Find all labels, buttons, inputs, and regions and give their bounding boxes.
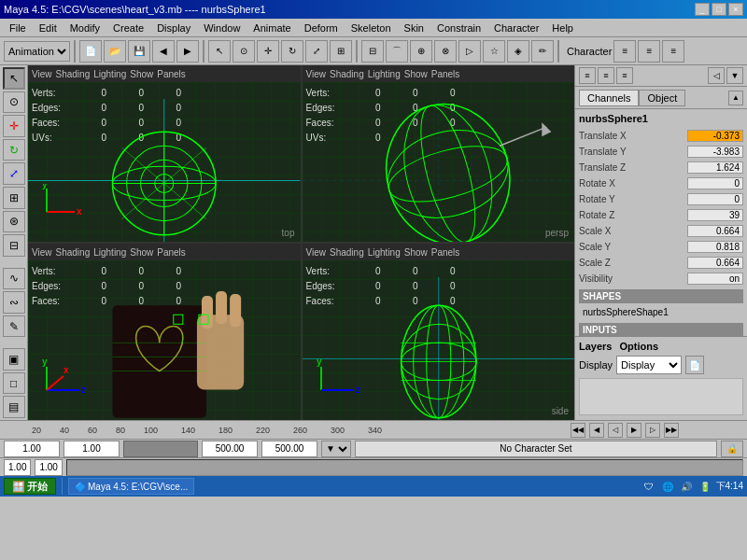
vp-top-view[interactable]: View [32, 69, 52, 79]
viewport-side[interactable]: View Shading Lighting Show Panels Verts:… [303, 244, 575, 420]
ipr-btn[interactable]: ☆ [483, 40, 505, 63]
vp-side-show[interactable]: Show [404, 247, 428, 258]
vp-persp-panels[interactable]: Panels [431, 69, 460, 79]
maximize-button[interactable]: □ [712, 3, 726, 16]
vp-side-panels[interactable]: Panels [431, 247, 460, 258]
menu-help[interactable]: Help [546, 21, 579, 35]
scale-tool-btn[interactable]: ⤢ [3, 162, 25, 185]
move-tool[interactable]: ✛ [257, 40, 279, 63]
rp-icon-2[interactable]: ≡ [598, 67, 614, 84]
display-layer-btn[interactable]: ▣ [3, 348, 25, 371]
display-btn[interactable]: ◈ [507, 40, 529, 63]
rp-icon-1[interactable]: ≡ [579, 67, 596, 84]
paint-select-btn[interactable]: ⊙ [3, 91, 25, 114]
vp-persp-view[interactable]: View [306, 69, 327, 79]
rp-scroll-up[interactable]: ▲ [728, 91, 743, 105]
translate-y-value[interactable]: -3.983 [687, 146, 743, 158]
menu-window[interactable]: Window [198, 21, 246, 35]
snap-point-btn[interactable]: ⊕ [410, 40, 432, 63]
rp-icon-4[interactable]: ◁ [708, 67, 725, 84]
save-file-button[interactable]: 💾 [128, 40, 150, 63]
char-btn2[interactable]: ≡ [638, 40, 660, 63]
lasso-tool[interactable]: ⊙ [233, 40, 255, 63]
rotate-tool[interactable]: ↻ [281, 40, 303, 63]
visibility-value[interactable]: on [687, 273, 743, 285]
rotate-tool-btn[interactable]: ↻ [3, 139, 25, 161]
viewport-top[interactable]: View Shading Lighting Show Panels Verts:… [28, 65, 301, 242]
scale-z-value[interactable]: 0.664 [687, 257, 743, 269]
layers-tab[interactable]: Layers [579, 341, 612, 352]
rotate-z-value[interactable]: 39 [687, 209, 743, 221]
vp-top-show[interactable]: Show [130, 69, 153, 79]
lock-btn[interactable]: 🔒 [721, 441, 743, 457]
menu-character[interactable]: Character [488, 21, 544, 35]
start-button[interactable]: 🪟 开始 [4, 478, 56, 495]
frame-current-field[interactable] [63, 441, 120, 457]
open-file-button[interactable]: 📂 [104, 40, 126, 63]
snap-grid-btn[interactable]: ⊟ [361, 40, 384, 63]
timeline-play-btn[interactable]: ▶ [627, 423, 641, 438]
vp-heart-lighting[interactable]: Lighting [93, 247, 126, 258]
rp-icon-3[interactable]: ≡ [616, 67, 633, 84]
snap-view-btn[interactable]: ⊗ [434, 40, 457, 63]
timeline-scroll-left[interactable]: ◀◀ [571, 423, 585, 438]
vp-heart-shading[interactable]: Shading [56, 247, 91, 258]
vp-top-lighting[interactable]: Lighting [93, 69, 126, 79]
menu-create[interactable]: Create [107, 21, 149, 35]
render-layer-btn[interactable]: □ [3, 372, 25, 395]
frame-start-field[interactable] [4, 441, 60, 457]
translate-z-value[interactable]: 1.624 [687, 161, 743, 174]
curve-cv-btn[interactable]: ∿ [3, 268, 25, 290]
snap-curve-btn[interactable]: ⌒ [386, 40, 408, 63]
mode-dropdown[interactable]: Animation [4, 41, 70, 62]
end-time-field[interactable] [261, 441, 317, 457]
char-btn1[interactable]: ≡ [613, 40, 636, 63]
minimize-button[interactable]: _ [695, 3, 710, 16]
timeline-back-btn[interactable]: ◁ [608, 423, 623, 438]
menu-modify[interactable]: Modify [64, 21, 106, 35]
vp-persp-lighting[interactable]: Lighting [368, 69, 401, 79]
menu-edit[interactable]: Edit [34, 21, 63, 35]
timeline-next-key[interactable]: ▷ [645, 423, 660, 438]
scale-tool[interactable]: ⤢ [305, 40, 328, 63]
paint-btn[interactable]: ✏ [531, 40, 554, 63]
timeline-scroll-right[interactable]: ▶▶ [664, 423, 679, 438]
vp-top-panels[interactable]: Panels [157, 69, 186, 79]
viewport-persp[interactable]: View Shading Lighting Show Panels Verts:… [303, 65, 575, 242]
prev-button[interactable]: ◀ [152, 40, 175, 63]
curve-ep-btn[interactable]: ∾ [3, 291, 25, 314]
tab-object[interactable]: Object [639, 90, 685, 106]
show-manip-btn[interactable]: ⊟ [3, 234, 25, 257]
menu-skeleton[interactable]: Skeleton [345, 21, 397, 35]
vp-heart-view[interactable]: View [32, 247, 52, 258]
current-time-field[interactable] [202, 441, 258, 457]
scale-y-value[interactable]: 0.818 [687, 241, 743, 253]
new-file-button[interactable]: 📄 [79, 40, 102, 63]
vp-persp-shading[interactable]: Shading [330, 69, 364, 79]
render-btn[interactable]: ▷ [458, 40, 481, 63]
scale-x-value[interactable]: 0.664 [687, 225, 743, 237]
uni-manip-btn[interactable]: ⊞ [3, 187, 25, 209]
soft-mod-btn[interactable]: ⊛ [3, 211, 25, 233]
char-btn3[interactable]: ≡ [662, 40, 684, 63]
options-tab[interactable]: Options [619, 341, 658, 352]
timeline-prev-key[interactable]: ◀ [589, 423, 604, 438]
vp-side-view[interactable]: View [306, 247, 327, 258]
display-dropdown[interactable]: Display [616, 356, 682, 374]
rotate-x-value[interactable]: 0 [687, 177, 743, 189]
vp-side-shading[interactable]: Shading [330, 247, 364, 258]
translate-x-value[interactable]: -0.373 [687, 130, 743, 142]
layers-new-btn[interactable]: 📄 [685, 356, 704, 374]
select-tool[interactable]: ↖ [208, 40, 231, 63]
maya-app-btn[interactable]: 🔷 Maya 4.5: E:\CGV\sce... [68, 478, 194, 495]
ruler-marks[interactable]: 20 40 60 80 100 140 180 220 260 300 340 [32, 421, 571, 439]
next-button[interactable]: ▶ [176, 40, 199, 63]
close-button[interactable]: × [728, 3, 743, 16]
tab-channels[interactable]: Channels [579, 90, 639, 106]
viewport-heart[interactable]: View Shading Lighting Show Panels Verts:… [28, 244, 301, 420]
menu-deform[interactable]: Deform [299, 21, 344, 35]
char-set-dropdown[interactable]: ▼ [321, 441, 351, 457]
vp-top-shading[interactable]: Shading [56, 69, 91, 79]
vp-side-lighting[interactable]: Lighting [368, 247, 401, 258]
vp-heart-panels[interactable]: Panels [157, 247, 186, 258]
